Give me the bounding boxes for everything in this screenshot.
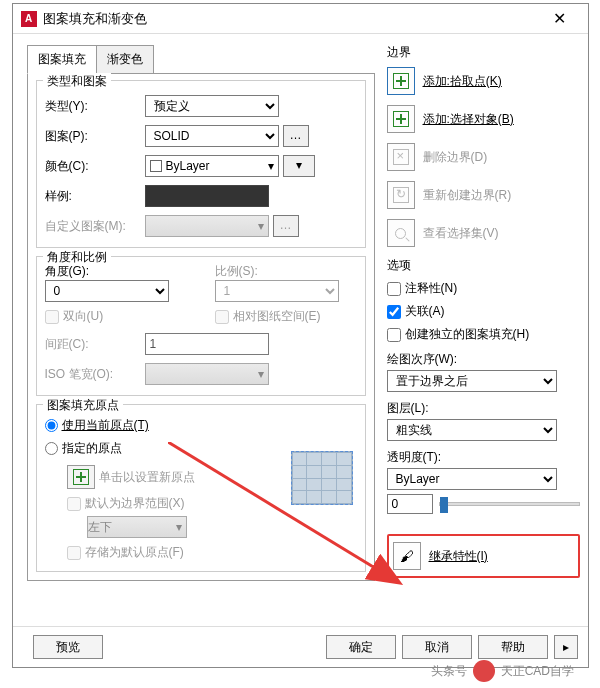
slider-thumb-icon[interactable] xyxy=(440,497,448,513)
color-select[interactable]: ByLayer ▾ xyxy=(145,155,279,177)
default-extent-checkbox xyxy=(67,497,81,511)
brush-icon: 🖌 xyxy=(400,548,414,564)
associative-label: 关联(A) xyxy=(405,303,445,320)
specify-origin-radio[interactable] xyxy=(45,442,58,455)
tab-strip: 图案填充 渐变色 xyxy=(27,45,375,74)
recreate-boundary-label: 重新创建边界(R) xyxy=(423,187,512,204)
use-current-origin-label: 使用当前原点(T) xyxy=(62,417,149,434)
color-secondary-button[interactable]: ▾ xyxy=(283,155,315,177)
scale-label: 比例(S): xyxy=(215,263,315,280)
watermark-name: 天正CAD自学 xyxy=(501,663,574,680)
spacing-input xyxy=(145,333,269,355)
hatch-dialog: A 图案填充和渐变色 ✕ 图案填充 渐变色 类型和图案 类型(Y): 预定义 图… xyxy=(12,3,589,668)
view-selection-button xyxy=(387,219,415,247)
view-selection-label: 查看选择集(V) xyxy=(423,225,499,242)
scale-select: 1 xyxy=(215,280,339,302)
chevron-down-icon: ▾ xyxy=(268,159,274,173)
specify-origin-label: 指定的原点 xyxy=(62,440,122,457)
options-title: 选项 xyxy=(387,257,580,274)
recreate-boundary-button xyxy=(387,181,415,209)
draworder-select[interactable]: 置于边界之后 xyxy=(387,370,557,392)
inherit-properties-row[interactable]: 🖌 继承特性(I) xyxy=(387,534,580,578)
pick-points-label[interactable]: 添加:拾取点(K) xyxy=(423,73,502,90)
group-origin: 图案填充原点 使用当前原点(T) 指定的原点 单击以设置新原点 默认为边界范围(… xyxy=(36,404,366,572)
tab-gradient[interactable]: 渐变色 xyxy=(96,45,154,74)
associative-checkbox[interactable] xyxy=(387,305,401,319)
transparency-value[interactable]: 0 xyxy=(387,494,433,514)
color-value: ByLayer xyxy=(166,159,210,173)
remove-icon xyxy=(393,149,409,165)
group-angle-scale: 角度和比例 角度(G): 0 双向(U) 比例(S): 1 相对图纸空间(E) xyxy=(36,256,366,396)
tab-hatch[interactable]: 图案填充 xyxy=(27,45,97,74)
pick-icon xyxy=(393,73,409,89)
extent-position-select: 左下▾ xyxy=(87,516,187,538)
annotative-checkbox[interactable] xyxy=(387,282,401,296)
close-button[interactable]: ✕ xyxy=(540,9,580,28)
click-new-origin-label: 单击以设置新原点 xyxy=(99,469,195,486)
annotative-label: 注释性(N) xyxy=(405,280,458,297)
transparency-slider[interactable] xyxy=(439,502,580,506)
expand-button[interactable]: ▸ xyxy=(554,635,578,659)
recreate-icon xyxy=(393,187,409,203)
ok-button[interactable]: 确定 xyxy=(326,635,396,659)
magnifier-icon xyxy=(395,228,406,239)
type-label: 类型(Y): xyxy=(45,98,145,115)
store-default-label: 存储为默认原点(F) xyxy=(85,544,184,561)
custom-pattern-label: 自定义图案(M): xyxy=(45,218,145,235)
custom-pattern-browse: … xyxy=(273,215,299,237)
select-objects-button[interactable] xyxy=(387,105,415,133)
group-type-pattern: 类型和图案 类型(Y): 预定义 图案(P): SOLID … 颜色(C): xyxy=(36,80,366,248)
watermark-avatar-icon xyxy=(473,660,495,682)
double-label: 双向(U) xyxy=(63,308,104,325)
boundary-title: 边界 xyxy=(387,44,580,61)
color-swatch-icon xyxy=(150,160,162,172)
window-title: 图案填充和渐变色 xyxy=(43,10,540,28)
titlebar: A 图案填充和渐变色 ✕ xyxy=(13,4,588,34)
pattern-select[interactable]: SOLID xyxy=(145,125,279,147)
use-current-origin-radio[interactable] xyxy=(45,419,58,432)
remove-boundary-button xyxy=(387,143,415,171)
cancel-button[interactable]: 取消 xyxy=(402,635,472,659)
origin-preview xyxy=(291,451,353,505)
app-icon: A xyxy=(21,11,37,27)
watermark: 头条号 天正CAD自学 xyxy=(431,660,574,682)
transparency-select[interactable]: ByLayer xyxy=(387,468,557,490)
layer-label: 图层(L): xyxy=(387,400,580,417)
remove-boundary-label: 删除边界(D) xyxy=(423,149,488,166)
select-objects-label[interactable]: 添加:选择对象(B) xyxy=(423,111,514,128)
pattern-label: 图案(P): xyxy=(45,128,145,145)
draworder-label: 绘图次序(W): xyxy=(387,351,580,368)
transparency-label: 透明度(T): xyxy=(387,449,580,466)
paperspace-checkbox xyxy=(215,310,229,324)
set-new-origin-button xyxy=(67,465,95,489)
spacing-label: 间距(C): xyxy=(45,336,145,353)
separate-checkbox[interactable] xyxy=(387,328,401,342)
sample-swatch[interactable] xyxy=(145,185,269,207)
separate-label: 创建独立的图案填充(H) xyxy=(405,326,530,343)
inherit-properties-button[interactable]: 🖌 xyxy=(393,542,421,570)
help-button[interactable]: 帮助 xyxy=(478,635,548,659)
crosshair-icon xyxy=(73,469,89,485)
pick-points-button[interactable] xyxy=(387,67,415,95)
inherit-properties-label: 继承特性(I) xyxy=(429,548,488,565)
group-title-angle: 角度和比例 xyxy=(43,249,111,266)
iso-label: ISO 笔宽(O): xyxy=(45,366,145,383)
iso-select: ▾ xyxy=(145,363,269,385)
type-select[interactable]: 预定义 xyxy=(145,95,279,117)
layer-select[interactable]: 粗实线 xyxy=(387,419,557,441)
group-title-origin: 图案填充原点 xyxy=(43,397,123,414)
custom-pattern-select: ▾ xyxy=(145,215,269,237)
watermark-source: 头条号 xyxy=(431,663,467,680)
default-extent-label: 默认为边界范围(X) xyxy=(85,495,185,512)
paperspace-label: 相对图纸空间(E) xyxy=(233,308,321,325)
double-checkbox xyxy=(45,310,59,324)
pattern-browse-button[interactable]: … xyxy=(283,125,309,147)
sample-label: 样例: xyxy=(45,188,145,205)
store-default-checkbox xyxy=(67,546,81,560)
select-icon xyxy=(393,111,409,127)
angle-select[interactable]: 0 xyxy=(45,280,169,302)
group-title-type: 类型和图案 xyxy=(43,73,111,90)
color-label: 颜色(C): xyxy=(45,158,145,175)
preview-button[interactable]: 预览 xyxy=(33,635,103,659)
